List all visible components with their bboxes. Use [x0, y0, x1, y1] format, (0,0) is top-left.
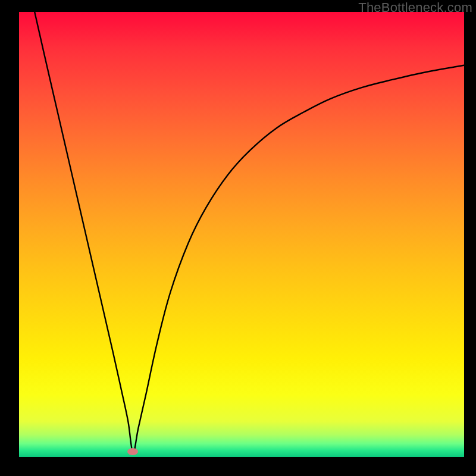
bottleneck-curve — [19, 12, 464, 457]
plot-area — [19, 12, 464, 457]
watermark-text: TheBottleneck.com — [358, 0, 472, 15]
min-marker — [127, 448, 138, 455]
chart-frame: TheBottleneck.com — [0, 0, 476, 476]
